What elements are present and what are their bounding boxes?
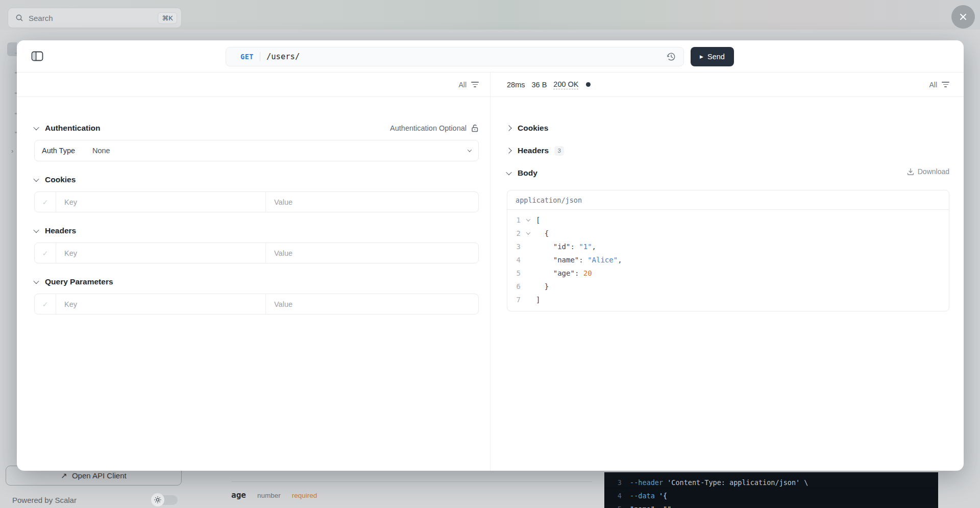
chevron-down-icon <box>33 176 39 182</box>
search-shortcut-badge: ⌘K <box>158 12 177 24</box>
status-dot <box>586 82 591 87</box>
response-cookies-header[interactable]: Cookies <box>507 123 949 134</box>
line-number: 7 <box>507 293 521 306</box>
code-line: 3 "id": "1", <box>507 240 949 253</box>
request-pane: All Authentication Authentication Option… <box>17 72 491 471</box>
content-type-label: application/json <box>507 190 949 210</box>
filter-icon <box>471 82 479 87</box>
close-icon <box>959 12 968 21</box>
row-enabled-checkbox[interactable]: ✓ <box>35 192 56 212</box>
line-number: 4 <box>604 489 622 502</box>
code-line: 3--header 'Content-Type: application/jso… <box>604 476 938 489</box>
chevron-down-icon <box>33 227 39 233</box>
sidebar-toggle-button[interactable] <box>31 51 43 62</box>
schema-field-name: age <box>231 490 246 500</box>
schema-field-type: number <box>257 492 281 499</box>
query-param-kv-row: ✓ Key Value <box>34 294 479 315</box>
cookie-value-input[interactable]: Value <box>266 192 478 212</box>
response-body-block: application/json 1[2 {3 "id": "1",4 "nam… <box>507 190 949 311</box>
code-line: 5"name": "", <box>604 502 938 508</box>
response-body-header[interactable]: Body Download <box>507 167 949 179</box>
header-key-input[interactable]: Key <box>56 243 266 263</box>
code-line: 1[ <box>507 213 949 227</box>
schema-field-required-badge: required <box>292 492 317 499</box>
request-path-input[interactable]: /users/ <box>266 52 666 61</box>
download-icon <box>907 168 914 175</box>
download-button[interactable]: Download <box>907 167 949 176</box>
fold-toggle-icon[interactable] <box>526 217 530 221</box>
line-number: 3 <box>604 476 622 489</box>
row-enabled-checkbox[interactable]: ✓ <box>35 243 56 263</box>
response-body-code[interactable]: 1[2 {3 "id": "1",4 "name": "Alice",5 "ag… <box>507 210 949 311</box>
dark-mode-toggle[interactable] <box>145 493 178 506</box>
row-enabled-checkbox[interactable]: ✓ <box>35 294 56 314</box>
headers-section: Headers ✓ Key Value <box>34 225 479 263</box>
response-size: 36 B <box>531 81 547 89</box>
request-topbar: GET /users/ ▶ Send <box>17 40 964 72</box>
line-number: 2 <box>507 227 521 240</box>
unlock-icon <box>471 124 479 132</box>
auth-optional-hint: Authentication Optional <box>390 124 479 132</box>
search-input[interactable]: Search ⌘K <box>8 8 182 28</box>
chevron-down-icon <box>33 278 39 284</box>
schema-divider <box>231 481 592 482</box>
api-client-modal: GET /users/ ▶ Send All <box>17 40 964 471</box>
header-kv-row: ✓ Key Value <box>34 243 479 263</box>
sidebar-collapse-chevron: › <box>11 147 13 155</box>
line-number: 5 <box>507 267 521 280</box>
code-line: 7] <box>507 293 949 306</box>
query-param-key-input[interactable]: Key <box>56 294 266 314</box>
send-button[interactable]: ▶ Send <box>691 47 734 66</box>
line-number: 1 <box>507 213 521 227</box>
auth-type-select[interactable]: Auth Type None <box>34 140 479 161</box>
curl-example-code-block[interactable]: 3--header 'Content-Type: application/jso… <box>604 472 938 508</box>
line-number: 3 <box>507 240 521 253</box>
cookie-key-input[interactable]: Key <box>56 192 266 212</box>
method-separator <box>260 52 260 61</box>
code-line: 4 "name": "Alice", <box>507 253 949 267</box>
schema-field-row: age number required <box>231 490 317 500</box>
cookies-section: Cookies ✓ Key Value <box>34 174 479 212</box>
response-stats: 28ms 36 B 200 OK <box>507 80 591 89</box>
code-line: 4--data '{ <box>604 489 938 502</box>
external-link-icon: ↗ <box>61 471 67 480</box>
header-value-input[interactable]: Value <box>266 243 478 263</box>
close-button[interactable] <box>951 5 975 29</box>
search-placeholder: Search <box>29 14 158 22</box>
headers-section-header[interactable]: Headers <box>34 225 479 236</box>
chevron-down-icon <box>33 125 39 130</box>
request-filter-button[interactable]: All <box>458 81 479 89</box>
chevron-down-icon <box>506 170 511 175</box>
query-parameters-section: Query Parameters ✓ Key Value <box>34 276 479 315</box>
response-time: 28ms <box>507 81 525 89</box>
line-number: 6 <box>507 280 521 293</box>
search-icon <box>15 14 23 22</box>
open-api-client-label: Open API Client <box>72 471 127 480</box>
line-number: 5 <box>604 502 622 508</box>
sun-icon <box>151 493 164 506</box>
response-filter-button[interactable]: All <box>929 81 949 89</box>
response-status[interactable]: 200 OK <box>553 80 578 89</box>
headers-count-badge: 3 <box>554 146 564 156</box>
history-icon[interactable] <box>666 52 676 62</box>
cookie-kv-row: ✓ Key Value <box>34 191 479 212</box>
code-line: 6 } <box>507 280 949 293</box>
request-address-bar[interactable]: GET /users/ <box>226 47 684 66</box>
response-pane: 28ms 36 B 200 OK All Cookies Headers <box>491 72 964 471</box>
line-number: 4 <box>507 253 521 267</box>
authentication-section-header[interactable]: Authentication Authentication Optional <box>34 123 479 134</box>
filter-icon <box>942 82 949 87</box>
code-line: 5 "age": 20 <box>507 267 949 280</box>
method-selector[interactable]: GET <box>240 53 254 61</box>
response-headers-header[interactable]: Headers 3 <box>507 145 949 156</box>
fold-toggle-icon[interactable] <box>526 230 530 234</box>
chevron-down-icon <box>468 148 472 152</box>
chevron-right-icon <box>506 148 511 153</box>
chevron-right-icon <box>506 125 511 131</box>
query-parameters-section-header[interactable]: Query Parameters <box>34 276 479 287</box>
query-param-value-input[interactable]: Value <box>266 294 478 314</box>
code-line: 2 { <box>507 227 949 240</box>
play-icon: ▶ <box>700 54 703 59</box>
powered-by-scalar-link[interactable]: Powered by Scalar <box>12 496 77 504</box>
cookies-section-header[interactable]: Cookies <box>34 174 479 185</box>
